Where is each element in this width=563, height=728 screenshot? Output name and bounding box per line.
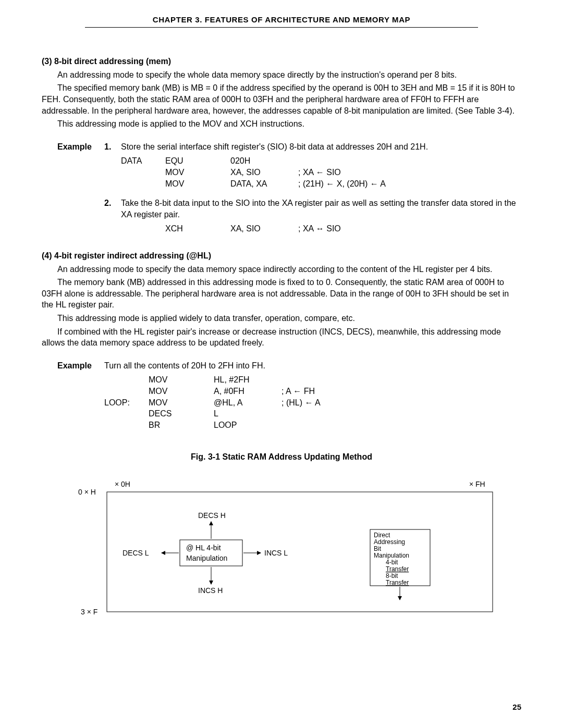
code-label (121, 223, 165, 235)
figure-incs-h: INCS H (198, 586, 223, 595)
code-line: MOV A, #0FH ; A ← FH (104, 386, 521, 397)
code-line: XCH XA, SIO ; XA ↔ SIO (121, 223, 521, 235)
code-comment (282, 374, 521, 386)
code-arg: A, #0FH (214, 386, 282, 397)
code-comment (282, 408, 521, 419)
code-comment (282, 419, 521, 431)
code-arg: HL, #2FH (214, 374, 282, 386)
example-4-code: MOV HL, #2FH MOV A, #0FH ; A ← FH LOOP: … (104, 374, 521, 430)
code-op: MOV (165, 167, 230, 178)
code-comment: ; XA ↔ SIO (298, 223, 521, 235)
figure-center-line-2: Manipulation (186, 554, 227, 562)
code-label: DATA (121, 155, 165, 167)
example-number: 2. (104, 198, 121, 220)
sec4-paragraph-1: An addressing mode to specify the data m… (57, 264, 521, 275)
figure-box-l1: Direct (374, 532, 390, 539)
example-2-text: Take the 8-bit data input to the SIO int… (121, 198, 521, 220)
code-line: DATA EQU 020H (121, 155, 521, 167)
section-4-title: (4) 4-bit register indirect addressing (… (42, 250, 521, 262)
example-1-text: Store the serial interface shift registe… (121, 141, 521, 153)
sec3-paragraph-1: An addressing mode to specify the whole … (57, 69, 521, 81)
code-op: MOV (165, 178, 230, 190)
figure-box-l5: 4-bit (386, 559, 398, 566)
code-label (104, 374, 149, 386)
figure-box-l7: 8-bit (386, 572, 398, 579)
code-comment: ; (21H) ← X, (20H) ← A (298, 178, 521, 190)
code-op: MOV (149, 397, 214, 409)
figure-decs-h: DECS H (198, 511, 226, 520)
figure-title: Fig. 3-1 Static RAM Address Updating Met… (42, 451, 521, 463)
figure-center-line-1: @ HL 4-bit (186, 544, 221, 552)
code-line: LOOP: MOV @HL, A ; (HL) ← A (104, 397, 521, 409)
figure-box-l8: Transfer (386, 579, 409, 586)
code-label (121, 167, 165, 178)
code-op: MOV (149, 374, 214, 386)
sec4-paragraph-4: If combined with the HL register pair's … (42, 326, 521, 349)
code-comment: ; (HL) ← A (282, 397, 521, 409)
chapter-header: CHAPTER 3. FEATURES OF ARCHITECTURE AND … (85, 15, 478, 28)
figure-label-top-left: × 0H (115, 480, 130, 488)
example-number: 1. (104, 141, 121, 153)
figure-incs-l: INCS L (264, 549, 288, 557)
code-comment: ; XA ← SIO (298, 167, 521, 178)
figure-label-top-right: × FH (469, 480, 485, 488)
sec3-paragraph-3: This addressing mode is applied to the M… (57, 118, 521, 130)
example-label: Example (57, 141, 104, 153)
sec3-paragraph-2: The specified memory bank (MB) is MB = 0… (42, 82, 521, 116)
example-4-text: Turn all the contents of 20H to 2FH into… (104, 360, 521, 372)
section-3-title: (3) 8-bit direct addressing (mem) (42, 56, 521, 67)
code-arg: DATA, XA (230, 178, 298, 190)
figure-box-l6: Transfer (386, 565, 409, 573)
code-op: XCH (165, 223, 230, 235)
code-comment: ; A ← FH (282, 386, 521, 397)
figure-label-row-top: 0 × H (78, 488, 96, 496)
code-op: EQU (165, 155, 230, 167)
sec4-paragraph-3: This addressing mode is applied widely t… (57, 313, 521, 324)
example-label: Example (57, 360, 104, 372)
code-op: DECS (149, 408, 214, 419)
code-label: LOOP: (104, 397, 149, 409)
code-op: BR (149, 419, 214, 431)
figure-decs-l: DECS L (123, 549, 149, 557)
code-label (104, 386, 149, 397)
example-1-code: DATA EQU 020H MOV XA, SIO ; XA ← SIO MOV… (121, 155, 521, 189)
code-label (121, 178, 165, 190)
code-label (104, 419, 149, 431)
code-comment (298, 155, 521, 167)
code-line: DECS L (104, 408, 521, 419)
example-2-code: XCH XA, SIO ; XA ↔ SIO (121, 223, 521, 235)
code-arg: 020H (230, 155, 298, 167)
code-op: MOV (149, 386, 214, 397)
code-arg: LOOP (214, 419, 282, 431)
code-arg: XA, SIO (230, 167, 298, 178)
code-arg: XA, SIO (230, 223, 298, 235)
example-label-spacer (57, 198, 104, 220)
figure-label-row-bottom: 3 × F (81, 608, 97, 616)
sec4-paragraph-2: The memory bank (MB) addressed in this a… (42, 277, 521, 311)
code-line: MOV DATA, XA ; (21H) ← X, (20H) ← A (121, 178, 521, 190)
figure-box-l3: Bit (374, 545, 382, 552)
figure-3-1-diagram: × 0H × FH 0 × H 3 × F @ HL 4-bit Manipul… (65, 477, 498, 628)
code-arg: L (214, 408, 282, 419)
code-line: MOV XA, SIO ; XA ← SIO (121, 167, 521, 178)
figure-box-l2: Addressing (374, 538, 405, 546)
figure-box-l4: Manipulation (374, 552, 409, 559)
code-line: BR LOOP (104, 419, 521, 431)
code-label (104, 408, 149, 419)
code-arg: @HL, A (214, 397, 282, 409)
svg-rect-0 (107, 492, 493, 612)
page-number: 25 (512, 702, 521, 712)
code-line: MOV HL, #2FH (104, 374, 521, 386)
